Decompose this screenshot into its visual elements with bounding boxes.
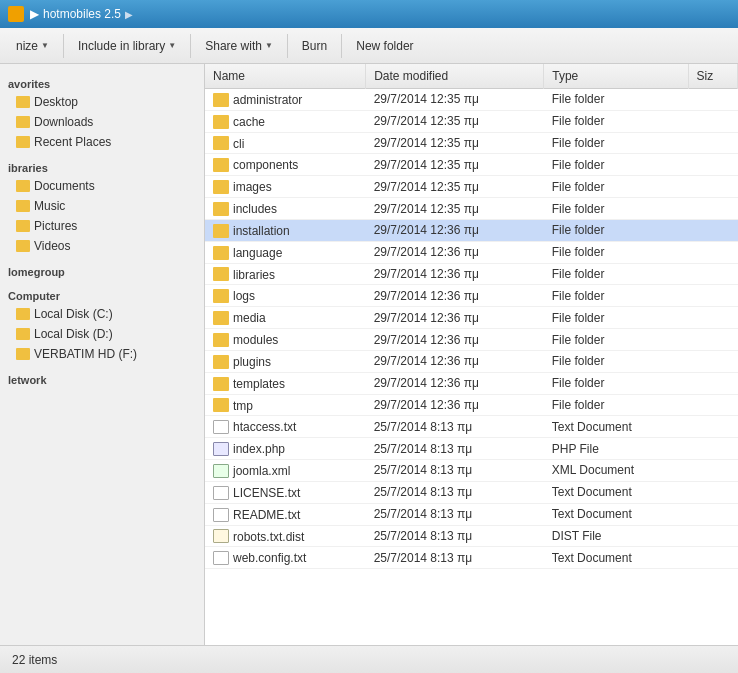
folder-icon	[213, 136, 229, 150]
file-size-cell	[688, 394, 737, 416]
sidebar-item-label: VERBATIM HD (F:)	[34, 347, 137, 361]
share-with-button[interactable]: Share with ▼	[197, 35, 281, 57]
folder-icon	[16, 96, 30, 108]
file-date-cell: 29/7/2014 12:35 πμ	[366, 198, 544, 220]
file-name-cell: robots.txt.dist	[205, 525, 366, 547]
new-folder-button[interactable]: New folder	[348, 35, 421, 57]
col-size[interactable]: Siz	[688, 64, 737, 89]
table-row[interactable]: modules29/7/2014 12:36 πμFile folder	[205, 329, 738, 351]
file-date-cell: 25/7/2014 8:13 πμ	[366, 460, 544, 482]
folder-icon	[213, 93, 229, 107]
share-with-label: Share with	[205, 39, 262, 53]
file-type-cell: File folder	[544, 89, 688, 111]
table-row[interactable]: LICENSE.txt25/7/2014 8:13 πμText Documen…	[205, 481, 738, 503]
organize-label: nize	[16, 39, 38, 53]
file-name-text: administrator	[233, 93, 302, 107]
organize-button[interactable]: nize ▼	[8, 35, 57, 57]
include-library-button[interactable]: Include in library ▼	[70, 35, 184, 57]
item-count: 22 items	[12, 653, 57, 667]
sidebar-item[interactable]: VERBATIM HD (F:)	[0, 344, 204, 364]
file-type-cell: File folder	[544, 198, 688, 220]
file-type-cell: DIST File	[544, 525, 688, 547]
file-name-text: logs	[233, 289, 255, 303]
file-type-cell: PHP File	[544, 438, 688, 460]
content-area: Name Date modified Type Siz administrato…	[205, 64, 738, 645]
file-name-cell: cache	[205, 110, 366, 132]
col-type[interactable]: Type	[544, 64, 688, 89]
file-type-cell: File folder	[544, 219, 688, 241]
table-row[interactable]: administrator29/7/2014 12:35 πμFile fold…	[205, 89, 738, 111]
table-row[interactable]: htaccess.txt25/7/2014 8:13 πμText Docume…	[205, 416, 738, 438]
table-row[interactable]: web.config.txt25/7/2014 8:13 πμText Docu…	[205, 547, 738, 569]
table-row[interactable]: plugins29/7/2014 12:36 πμFile folder	[205, 350, 738, 372]
file-date-cell: 29/7/2014 12:36 πμ	[366, 307, 544, 329]
new-folder-label: New folder	[356, 39, 413, 53]
file-size-cell	[688, 416, 737, 438]
col-name[interactable]: Name	[205, 64, 366, 89]
sidebar-section-header: ibraries	[0, 156, 204, 176]
file-name-text: htaccess.txt	[233, 420, 296, 434]
table-row[interactable]: images29/7/2014 12:35 πμFile folder	[205, 176, 738, 198]
file-size-cell	[688, 460, 737, 482]
sidebar-item[interactable]: Desktop	[0, 92, 204, 112]
file-size-cell	[688, 285, 737, 307]
file-name-text: modules	[233, 333, 278, 347]
sidebar-item[interactable]: Pictures	[0, 216, 204, 236]
file-date-cell: 29/7/2014 12:36 πμ	[366, 394, 544, 416]
file-type-cell: File folder	[544, 241, 688, 263]
file-name-text: components	[233, 158, 298, 172]
table-row[interactable]: joomla.xml25/7/2014 8:13 πμXML Document	[205, 460, 738, 482]
table-row[interactable]: index.php25/7/2014 8:13 πμPHP File	[205, 438, 738, 460]
toolbar-separator-4	[341, 34, 342, 58]
file-date-cell: 29/7/2014 12:36 πμ	[366, 350, 544, 372]
table-row[interactable]: components29/7/2014 12:35 πμFile folder	[205, 154, 738, 176]
sidebar-item[interactable]: Documents	[0, 176, 204, 196]
file-name-text: libraries	[233, 267, 275, 281]
file-name-cell: installation	[205, 219, 366, 241]
file-type-cell: Text Document	[544, 547, 688, 569]
table-row[interactable]: tmp29/7/2014 12:36 πμFile folder	[205, 394, 738, 416]
table-row[interactable]: cli29/7/2014 12:35 πμFile folder	[205, 132, 738, 154]
folder-icon	[213, 158, 229, 172]
sidebar-item[interactable]: Music	[0, 196, 204, 216]
table-row[interactable]: media29/7/2014 12:36 πμFile folder	[205, 307, 738, 329]
sidebar-item[interactable]: Local Disk (C:)	[0, 304, 204, 324]
table-row[interactable]: robots.txt.dist25/7/2014 8:13 πμDIST Fil…	[205, 525, 738, 547]
file-date-cell: 29/7/2014 12:35 πμ	[366, 110, 544, 132]
sidebar-item[interactable]: Videos	[0, 236, 204, 256]
title-bar: ▶ hotmobiles 2.5 ▶	[0, 0, 738, 28]
toolbar-separator-1	[63, 34, 64, 58]
table-row[interactable]: logs29/7/2014 12:36 πμFile folder	[205, 285, 738, 307]
table-row[interactable]: templates29/7/2014 12:36 πμFile folder	[205, 372, 738, 394]
file-size-cell	[688, 241, 737, 263]
sidebar-item[interactable]: Downloads	[0, 112, 204, 132]
sidebar-item[interactable]: Recent Places	[0, 132, 204, 152]
file-name-text: tmp	[233, 398, 253, 412]
table-row[interactable]: language29/7/2014 12:36 πμFile folder	[205, 241, 738, 263]
sidebar-item-label: Music	[34, 199, 65, 213]
sidebar-item-label: Desktop	[34, 95, 78, 109]
folder-icon	[16, 240, 30, 252]
file-date-cell: 25/7/2014 8:13 πμ	[366, 438, 544, 460]
col-date[interactable]: Date modified	[366, 64, 544, 89]
file-type-cell: Text Document	[544, 503, 688, 525]
table-row[interactable]: libraries29/7/2014 12:36 πμFile folder	[205, 263, 738, 285]
file-icon	[213, 551, 229, 565]
table-row[interactable]: README.txt25/7/2014 8:13 πμText Document	[205, 503, 738, 525]
include-library-label: Include in library	[78, 39, 165, 53]
file-type-cell: File folder	[544, 350, 688, 372]
table-row[interactable]: includes29/7/2014 12:35 πμFile folder	[205, 198, 738, 220]
table-row[interactable]: installation29/7/2014 12:36 πμFile folde…	[205, 219, 738, 241]
sidebar-item[interactable]: Local Disk (D:)	[0, 324, 204, 344]
file-name-cell: logs	[205, 285, 366, 307]
file-size-cell	[688, 132, 737, 154]
file-type-cell: File folder	[544, 110, 688, 132]
file-date-cell: 25/7/2014 8:13 πμ	[366, 481, 544, 503]
file-name-cell: cli	[205, 132, 366, 154]
burn-button[interactable]: Burn	[294, 35, 335, 57]
table-row[interactable]: cache29/7/2014 12:35 πμFile folder	[205, 110, 738, 132]
file-date-cell: 29/7/2014 12:35 πμ	[366, 89, 544, 111]
file-name-cell: LICENSE.txt	[205, 481, 366, 503]
breadcrumb: ▶ hotmobiles 2.5 ▶	[30, 7, 133, 21]
file-name-text: includes	[233, 202, 277, 216]
